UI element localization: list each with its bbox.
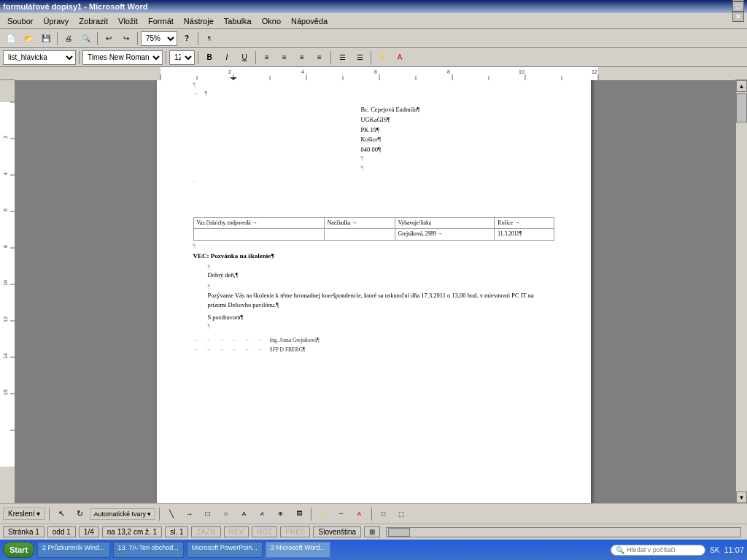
new-button[interactable]: 📄	[3, 31, 19, 47]
draw-3d-btn[interactable]: ⬚	[394, 506, 410, 522]
taskbar-app-1[interactable]: 13. 7A-Ten obchod...	[113, 542, 184, 558]
bold-button[interactable]: B	[201, 50, 217, 66]
status-bar: Stránka 1 odd 1 1/4 na 13,2 cm ž. 1 sl. …	[0, 524, 747, 540]
undo-button[interactable]: ↩	[101, 31, 117, 47]
col-status: sl. 1	[165, 526, 188, 537]
para-mark-vec: ¶	[193, 242, 554, 250]
save-button[interactable]: 💾	[38, 31, 54, 47]
time-display: 11:07	[724, 545, 744, 554]
menu-upravy[interactable]: Úpravy	[39, 15, 73, 27]
font-color-button[interactable]: A	[392, 50, 408, 66]
maximize-button[interactable]: □	[732, 1, 744, 12]
insert-button[interactable]: ¶	[201, 31, 217, 47]
autoshapes-btn[interactable]: Automatické tvary ▾	[90, 508, 155, 520]
zoom-select[interactable]: 75%	[141, 31, 177, 46]
drawing-toolbar: Kreslení ▾ ↖ ↻ Automatické tvary ▾ ╲ → □…	[0, 503, 747, 524]
numbers-button[interactable]: ☰	[352, 50, 368, 66]
sk-label: SK	[710, 546, 719, 554]
start-button[interactable]: Start	[3, 542, 34, 558]
size-select[interactable]: 12	[169, 50, 195, 65]
menu-vlozit[interactable]: Vložit	[114, 15, 142, 27]
open-button[interactable]: 📂	[20, 31, 36, 47]
vertical-scrollbar[interactable]: ▲ ▼	[735, 80, 747, 503]
draw-fill-btn[interactable]: ◇	[315, 506, 331, 522]
field-val-4: 11.3.2011¶	[495, 229, 554, 241]
underline-button[interactable]: U	[236, 50, 252, 66]
italic-button[interactable]: I	[219, 50, 235, 66]
draw-textbox-btn[interactable]: A	[236, 506, 252, 522]
document-area[interactable]: 2 4 6 8 10 12 14 16 TU	[0, 80, 747, 503]
menu-zobrazit[interactable]: Zobrazit	[74, 15, 112, 27]
taskbar-app-3[interactable]: 3 Microsoft Word...	[266, 542, 330, 558]
document-page[interactable]: TU TECHNICKÁ UNIVERZITA V KOŠICIACH Faku…	[157, 80, 591, 503]
svg-text:4: 4	[3, 172, 8, 175]
draw-sep2	[159, 508, 160, 521]
layout-icon: ⊞	[364, 526, 380, 537]
font-select[interactable]: Times New Roman	[82, 50, 163, 65]
draw-clipart-btn[interactable]: 🖼	[291, 506, 307, 522]
bullets-button[interactable]: ☰	[334, 50, 350, 66]
menu-nastroje[interactable]: Nástroje	[179, 15, 218, 27]
svg-text:14: 14	[3, 353, 8, 359]
odd-status: odd 1	[47, 526, 76, 537]
search-input[interactable]	[627, 546, 692, 553]
draw-rotate-btn[interactable]: ↻	[71, 506, 88, 522]
draw-font-color-btn[interactable]: A	[352, 506, 368, 522]
separator2	[97, 32, 98, 45]
draw-circle-btn[interactable]: ○	[218, 506, 234, 522]
align-center-button[interactable]: ≡	[276, 50, 293, 66]
preview-button[interactable]: 🔍	[78, 31, 94, 47]
draw-rect-btn[interactable]: □	[200, 506, 216, 522]
draw-arrow-btn[interactable]: →	[182, 506, 198, 522]
menu-napoveda[interactable]: Nápověda	[287, 15, 332, 27]
svg-text:2: 2	[228, 69, 231, 74]
draw-diagram-btn[interactable]: ⊕	[273, 506, 289, 522]
menu-okno[interactable]: Okno	[258, 15, 285, 27]
field-val-2	[324, 229, 395, 241]
separator4	[198, 32, 198, 45]
ruler-right	[735, 67, 747, 79]
align-justify-button[interactable]: ≡	[311, 50, 328, 66]
help-button[interactable]: ?	[179, 31, 195, 47]
print-button[interactable]: 🖨	[61, 31, 77, 47]
h-scroll-thumb[interactable]	[388, 528, 410, 537]
recipient-para1: ¶	[361, 155, 554, 164]
draw-sep	[49, 508, 50, 521]
svg-text:2: 2	[3, 136, 8, 139]
align-left-button[interactable]: ≡	[259, 50, 275, 66]
menu-tabulka[interactable]: Tabulka	[220, 15, 256, 27]
body-indent: ¶ Pozývame Vás na školenie k téme hromad…	[208, 283, 554, 310]
taskbar-app-2[interactable]: Microsoft PowerPoin...	[187, 542, 263, 558]
svg-text:12: 12	[592, 69, 597, 74]
scroll-thumb[interactable]	[736, 93, 747, 122]
title-text: formulářové dopisy1 - Microsoft Word	[3, 2, 147, 11]
sep-fmt6	[371, 51, 371, 64]
fraction-status: 1/4	[79, 526, 99, 537]
menu-soubor[interactable]: Soubor	[3, 15, 37, 27]
horizontal-scrollbar[interactable]	[386, 527, 741, 537]
draw-shadow-btn[interactable]: □	[376, 506, 392, 522]
close-button[interactable]: ✕	[732, 12, 744, 22]
recipient-line4: Košice¶	[361, 135, 554, 145]
scroll-up-arrow[interactable]: ▲	[736, 80, 747, 92]
align-right-button[interactable]: ≡	[294, 50, 310, 66]
menu-format[interactable]: Formát	[144, 15, 178, 27]
draw-line-color-btn[interactable]: ─	[333, 506, 349, 522]
draw-line-btn[interactable]: ╲	[163, 506, 179, 522]
draw-cursor-btn[interactable]: ↖	[53, 506, 69, 522]
taskbar-app-0[interactable]: 2 Průzkumník Wind...	[37, 542, 110, 558]
zaz-status: ZÁZN	[191, 526, 220, 537]
field-val-3: Grejtáková, 2989 →	[395, 229, 495, 241]
svg-text:6: 6	[3, 209, 8, 211]
redo-button[interactable]: ↪	[118, 31, 134, 47]
draw-wordart-btn[interactable]: A	[255, 506, 271, 522]
drawing-label[interactable]: Kreslení ▾	[3, 508, 45, 520]
svg-text:10: 10	[519, 69, 525, 74]
highlight-button[interactable]: A	[374, 50, 390, 66]
style-select[interactable]: list_hlavicka	[3, 50, 76, 65]
vec-line: VEC: Pozvánka na školenie¶	[193, 252, 554, 261]
search-box[interactable]: 🔍	[611, 545, 705, 556]
scroll-down-arrow[interactable]: ▼	[736, 491, 747, 503]
sep-fmt1	[79, 51, 80, 64]
title-bar: formulářové dopisy1 - Microsoft Word _ □…	[0, 0, 747, 13]
